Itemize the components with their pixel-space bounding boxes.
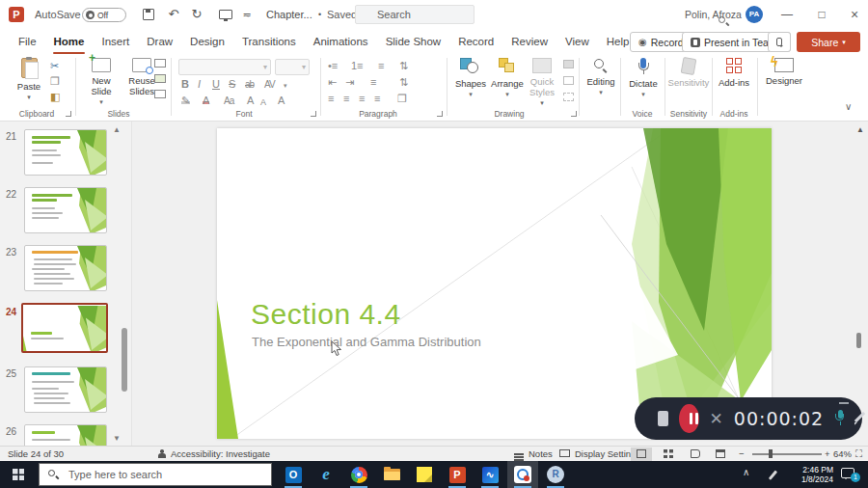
section-icon[interactable] [154, 90, 166, 98]
strikethrough-button[interactable]: S [229, 78, 235, 90]
r-app-icon[interactable]: R [540, 461, 571, 488]
share-button[interactable]: Share ▾ [797, 32, 860, 52]
clipboard-dialog-launcher[interactable] [66, 111, 71, 117]
shapes-button[interactable]: Shapes ▾ [451, 58, 490, 99]
font-color-button[interactable]: A [203, 95, 209, 104]
undo-icon[interactable]: ↶ [164, 0, 183, 29]
bullets-button[interactable]: •≡ [328, 60, 338, 71]
pause-recording-button[interactable] [679, 404, 699, 433]
clock-time[interactable]: 2:46 PM [789, 465, 833, 474]
slide-layout-icon[interactable] [154, 59, 166, 68]
tab-insert[interactable]: Insert [93, 29, 138, 55]
numbering-button[interactable]: 1≡ [351, 60, 364, 71]
increase-indent-button[interactable]: ⇥ [345, 76, 354, 88]
tab-animations[interactable]: Animations [305, 29, 377, 55]
shape-outline-icon[interactable] [563, 76, 574, 85]
shape-fill-icon[interactable] [563, 60, 574, 68]
close-recording-icon[interactable]: ✕ [710, 411, 723, 427]
recording-mic-icon[interactable] [834, 410, 842, 427]
maximize-button[interactable]: □ [806, 0, 837, 29]
italic-button[interactable]: I [198, 78, 201, 90]
paragraph-dialog-launcher[interactable] [437, 111, 443, 117]
align-text-button[interactable]: ⇅ [399, 76, 408, 88]
designer-button[interactable]: ϟ Designer [761, 58, 807, 86]
close-button[interactable]: × [839, 0, 868, 29]
fit-slide-button[interactable]: ⛶ [855, 447, 862, 461]
small-strike-icon[interactable]: ab [245, 79, 254, 90]
drawing-dialog-launcher[interactable] [571, 111, 577, 117]
save-icon[interactable] [143, 9, 154, 20]
internet-explorer-icon[interactable]: e [311, 461, 341, 488]
canvas-scrollbar[interactable] [856, 333, 861, 348]
document-title[interactable]: Chapter... [266, 0, 312, 29]
minimize-button[interactable]: — [772, 0, 802, 29]
user-name[interactable]: Polin, Afroza [685, 0, 742, 29]
thumbnails-scroll-up-icon[interactable]: ▲ [113, 125, 121, 134]
list-level-icon[interactable]: ≡ [378, 60, 384, 71]
align-left-button[interactable]: ≡ [328, 93, 334, 104]
font-dialog-launcher[interactable] [311, 111, 316, 117]
decrease-indent-button[interactable]: ⇤ [328, 76, 337, 88]
start-button[interactable] [13, 469, 24, 480]
file-explorer-icon[interactable] [376, 461, 407, 488]
zoom-out-button[interactable]: − [739, 447, 745, 461]
tab-draw[interactable]: Draw [138, 29, 181, 55]
underline-button[interactable]: U [212, 78, 220, 90]
bold-button[interactable]: B [181, 78, 189, 90]
slide-show-button[interactable] [710, 447, 731, 461]
tab-design[interactable]: Design [181, 29, 233, 55]
tray-pen-icon[interactable] [769, 470, 777, 479]
chrome-icon[interactable] [343, 461, 374, 488]
display-mode-icon[interactable] [219, 10, 232, 19]
zoom-in-button[interactable]: + [825, 447, 830, 461]
slide-sorter-view-button[interactable] [658, 447, 679, 461]
tab-record[interactable]: Record [449, 29, 502, 55]
tab-view[interactable]: View [556, 29, 598, 55]
grow-font-button[interactable]: A [247, 95, 254, 106]
font-size-combo[interactable]: ▾ [275, 59, 310, 75]
sticky-notes-icon[interactable] [409, 461, 440, 488]
recording-pen-icon[interactable] [853, 412, 862, 425]
collapse-ribbon-icon[interactable]: ∨ [845, 101, 852, 112]
reset-slide-icon[interactable] [154, 74, 166, 83]
columns-button[interactable]: ≡ [370, 76, 376, 88]
tab-slide-show[interactable]: Slide Show [377, 29, 450, 55]
customize-quick-access-icon[interactable]: ≂ [239, 0, 255, 29]
slide-subtitle[interactable]: The Exponential and Gamma Distribution [252, 335, 481, 349]
zoom-slider-track[interactable] [752, 453, 822, 455]
reading-view-button[interactable] [685, 447, 706, 461]
editing-button[interactable]: Editing ▾ [583, 58, 619, 97]
zoom-level[interactable]: 64% [833, 447, 852, 461]
slide-thumbnail-23[interactable] [24, 245, 107, 291]
add-ins-button[interactable]: Add-ins [714, 58, 754, 88]
paste-button[interactable]: Paste ▾ [10, 58, 48, 102]
comments-button[interactable] [768, 32, 791, 52]
slide-thumbnail-22[interactable] [24, 187, 107, 233]
align-center-button[interactable]: ≡ [343, 93, 349, 104]
stop-recording-button[interactable] [658, 411, 668, 426]
shape-effects-icon[interactable] [563, 93, 574, 101]
copy-icon[interactable]: ❐ [50, 75, 60, 87]
font-more-chevron-icon[interactable]: ▾ [284, 80, 287, 92]
align-right-button[interactable]: ≡ [359, 93, 365, 104]
arrange-button[interactable]: Arrange ▾ [488, 58, 527, 99]
character-spacing-button[interactable]: AV [264, 79, 275, 90]
thumbnails-scroll-down-icon[interactable]: ▼ [113, 434, 121, 443]
slide-thumbnail-21[interactable] [24, 129, 107, 176]
text-highlight-button[interactable]: ✎ [181, 95, 190, 104]
font-name-combo[interactable]: ▾ [178, 59, 271, 75]
line-spacing-button[interactable]: ⇅ [399, 60, 408, 71]
zoom-slider-thumb[interactable] [769, 449, 773, 458]
taskbar-search-box[interactable]: Type here to search [39, 463, 272, 486]
slide-count-status[interactable]: Slide 24 of 30 [8, 447, 64, 461]
new-slide-button[interactable]: + New Slide ▾ [81, 58, 122, 107]
slide-title[interactable]: Section 4.4 [251, 298, 401, 331]
tab-file[interactable]: File [10, 29, 45, 55]
app-icon-blue[interactable]: ∿ [475, 461, 505, 488]
quick-styles-button[interactable]: Quick Styles ▾ [525, 58, 559, 108]
slide-thumbnail-24-selected[interactable] [21, 303, 108, 353]
slide-thumbnail-25[interactable] [24, 366, 107, 413]
justify-button[interactable]: ≡ [374, 93, 380, 104]
recording-toolbar-handle[interactable] [839, 402, 849, 404]
cut-icon[interactable]: ✂ [50, 60, 59, 71]
